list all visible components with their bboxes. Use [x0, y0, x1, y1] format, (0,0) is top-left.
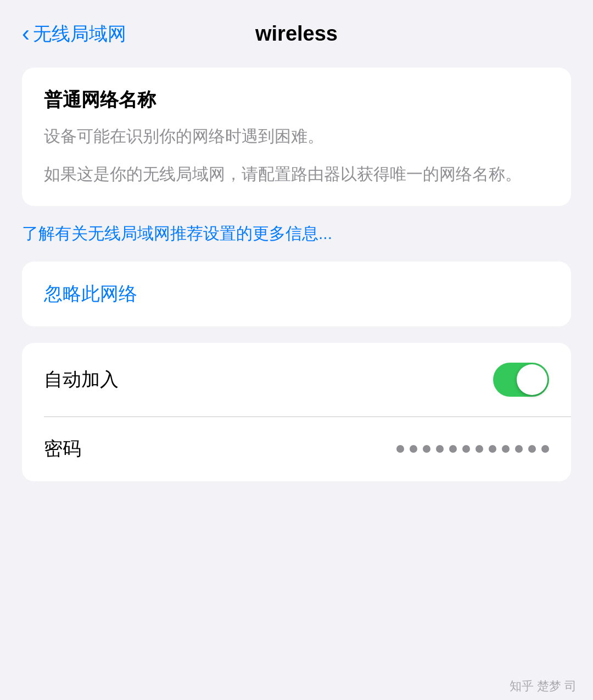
password-dots [396, 445, 549, 453]
dot-5 [449, 445, 457, 453]
dot-3 [423, 445, 430, 453]
ignore-network-item[interactable]: 忽略此网络 [22, 262, 571, 326]
auto-join-item: 自动加入 [22, 343, 571, 416]
ignore-network-card: 忽略此网络 [22, 262, 571, 326]
settings-card: 自动加入 密码 [22, 343, 571, 481]
back-button[interactable]: ‹ 无线局域网 [22, 21, 126, 47]
warning-title: 普通网络名称 [44, 87, 549, 113]
warning-desc1: 设备可能在识别你的网络时遇到困难。 [44, 124, 549, 148]
dot-2 [410, 445, 417, 453]
back-chevron-icon: ‹ [22, 22, 30, 45]
content-area: 普通网络名称 设备可能在识别你的网络时遇到困难。 如果这是你的无线局域网，请配置… [0, 57, 593, 492]
header: ‹ 无线局域网 wireless [0, 0, 593, 57]
dot-11 [528, 445, 536, 453]
dot-9 [502, 445, 510, 453]
toggle-knob [517, 364, 547, 395]
auto-join-label: 自动加入 [44, 367, 119, 392]
page-title: wireless [255, 22, 338, 46]
warning-card: 普通网络名称 设备可能在识别你的网络时遇到困难。 如果这是你的无线局域网，请配置… [22, 68, 571, 206]
watermark: 知乎 楚梦 司 [510, 678, 577, 695]
dot-12 [541, 445, 549, 453]
ignore-network-label: 忽略此网络 [44, 281, 137, 307]
dot-4 [436, 445, 444, 453]
dot-10 [515, 445, 523, 453]
warning-desc2: 如果这是你的无线局域网，请配置路由器以获得唯一的网络名称。 [44, 162, 549, 186]
back-label: 无线局域网 [33, 21, 126, 47]
dot-7 [475, 445, 483, 453]
info-link[interactable]: 了解有关无线局域网推荐设置的更多信息... [22, 217, 571, 251]
password-label: 密码 [44, 436, 81, 462]
password-item[interactable]: 密码 [22, 416, 571, 481]
dot-8 [489, 445, 496, 453]
dot-1 [396, 445, 404, 453]
dot-6 [462, 445, 470, 453]
auto-join-toggle[interactable] [493, 363, 549, 397]
